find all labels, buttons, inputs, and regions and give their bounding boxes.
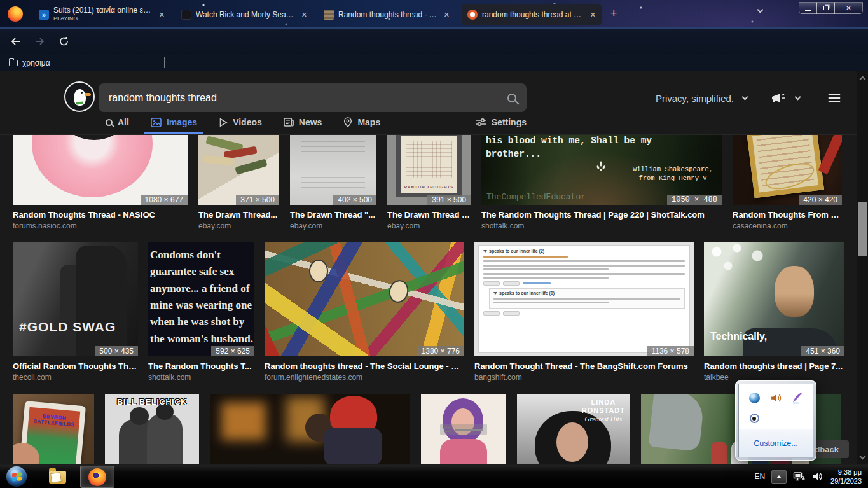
search-box[interactable] [99, 83, 527, 112]
megaphone-icon[interactable] [770, 92, 787, 104]
stylus-pen-tray-icon[interactable] [790, 391, 804, 405]
result-domain[interactable]: casacenina.com [733, 221, 842, 230]
result-thumbnail[interactable]: DEVRON BATTLEFIELDS [13, 394, 94, 464]
back-button[interactable] [10, 36, 21, 46]
megaphone-chevron-icon[interactable] [795, 94, 801, 101]
result-item[interactable]: #GOLD SWAG 500 × 435 Official Random Tho… [13, 242, 138, 382]
result-domain[interactable]: ebay.com [198, 221, 279, 230]
search-icon[interactable] [507, 94, 516, 102]
result-item[interactable] [210, 394, 410, 464]
result-domain[interactable]: bangshift.com [474, 373, 694, 382]
tab-random-thoughts-forum[interactable]: Random thoughts thread - The ✕ [318, 4, 455, 25]
result-item[interactable]: 402 × 500 The Drawn Thread "... ebay.com [290, 135, 376, 230]
result-title[interactable]: Random Thoughts From D... [733, 210, 842, 220]
result-thumbnail[interactable]: RANDOM THOUGHTS 391 × 500 [387, 135, 471, 205]
tab-suits[interactable]: » Suits (2011) ταινία online ελλην PLAYI… [33, 4, 170, 25]
result-domain[interactable]: shottalk.com [148, 373, 254, 382]
result-thumbnail[interactable]: #GOLD SWAG 500 × 435 [13, 242, 138, 356]
show-hidden-icons-button[interactable] [771, 470, 787, 484]
restore-button[interactable] [816, 2, 835, 14]
tab-close-icon[interactable]: ✕ [590, 11, 596, 19]
volume-tray-icon[interactable] [812, 471, 823, 482]
result-domain[interactable]: shottalk.com [481, 221, 722, 230]
close-button[interactable]: ✕ [834, 2, 863, 14]
result-item[interactable]: 1380 × 776 Random thoughts thread - The … [265, 242, 464, 382]
result-item[interactable]: his blood with me, Shall be my brother..… [481, 135, 722, 230]
result-title[interactable]: The Random Thoughts Thread | Page 220 | … [481, 210, 722, 220]
result-title[interactable]: Random thoughts thread | Page 7... [704, 361, 844, 371]
result-item[interactable]: 1080 × 677 Random Thoughts Thread - NASI… [13, 135, 188, 230]
result-item[interactable]: Technically, 451 × 360 Random thoughts t… [704, 242, 844, 382]
tab-close-icon[interactable]: ✕ [301, 11, 307, 19]
result-thumbnail[interactable]: speaks to our inner life (2) speaks to o… [474, 242, 694, 356]
result-thumbnail[interactable]: 1080 × 677 [13, 135, 188, 205]
page-scrollbar[interactable] [857, 71, 868, 464]
result-title[interactable]: The Drawn Thread... [198, 210, 279, 220]
bookmark-folder[interactable]: χρησιμα [9, 59, 50, 67]
forward-button[interactable] [34, 36, 45, 46]
result-item[interactable]: Condoms don't guarantee safe sex anymore… [148, 242, 254, 382]
result-domain[interactable]: thecoli.com [13, 373, 138, 382]
result-thumbnail[interactable]: BILL BELICHICK [105, 394, 199, 464]
tab-duckduckgo-active[interactable]: random thoughts thread at Duc ✕ [462, 4, 602, 25]
result-thumbnail[interactable]: Technically, 451 × 360 [704, 242, 844, 356]
result-thumbnail[interactable]: LINDA RONSTADT Greatest Hits [517, 394, 630, 464]
result-item[interactable]: RANDOM THOUGHTS 391 × 500 The Drawn Thre… [387, 135, 471, 230]
scroll-down-icon[interactable] [860, 454, 866, 460]
tab-news[interactable]: News [284, 117, 322, 134]
volume-mixer-tray-icon[interactable] [769, 391, 783, 405]
tab-videos[interactable]: Videos [219, 117, 262, 134]
result-thumbnail[interactable]: 371 × 500 [198, 135, 279, 205]
result-title[interactable]: Random thoughts thread - The Social Loun… [265, 361, 464, 371]
new-tab-button[interactable]: + [610, 7, 617, 20]
result-thumbnail[interactable]: Condoms don't guarantee safe sex anymore… [148, 242, 254, 356]
tab-maps[interactable]: Maps [343, 117, 380, 134]
result-title[interactable]: Official Random Thoughts Thre... [13, 361, 138, 371]
tab-close-icon[interactable]: ✕ [444, 11, 450, 19]
result-domain[interactable]: forum.enlightenedstates.com [265, 373, 464, 382]
firefox-taskbar-button[interactable] [80, 466, 114, 488]
tab-images[interactable]: Images [151, 117, 197, 134]
list-all-tabs-icon[interactable] [757, 7, 764, 13]
result-item[interactable]: BILL BELICHICK [105, 394, 199, 464]
record-dot-tray-icon[interactable] [747, 412, 761, 426]
result-title[interactable]: Random Thought Thread - The BangShift.co… [474, 361, 694, 371]
duckduckgo-logo-icon[interactable] [64, 81, 95, 112]
result-domain[interactable]: ebay.com [290, 221, 376, 230]
result-domain[interactable]: forums.nasioc.com [13, 221, 188, 230]
scroll-up-icon[interactable] [860, 76, 866, 83]
result-item[interactable]: 371 × 500 The Drawn Thread... ebay.com [198, 135, 279, 230]
network-tray-icon[interactable] [793, 471, 806, 482]
tab-close-icon[interactable]: ✕ [159, 11, 165, 19]
reload-button[interactable] [59, 36, 69, 46]
scrollbar-thumb[interactable] [858, 202, 867, 256]
result-item[interactable] [421, 394, 506, 464]
result-title[interactable]: The Drawn Thread "... [290, 210, 376, 220]
result-title[interactable]: The Drawn Thread "... [387, 210, 471, 220]
tagline-chevron-icon[interactable] [742, 94, 748, 101]
tab-rick-and-morty[interactable]: Watch Rick and Morty Season 6 ✕ [176, 4, 313, 25]
result-thumbnail[interactable]: his blood with me, Shall be my brother..… [481, 135, 722, 205]
result-item[interactable]: 420 × 420 Random Thoughts From D... casa… [733, 135, 842, 230]
result-title[interactable]: Random Thoughts Thread - NASIOC [13, 210, 188, 220]
search-input[interactable] [109, 92, 501, 104]
customize-link[interactable]: Customize... [754, 439, 797, 448]
result-title[interactable]: The Random Thoughts T... [148, 361, 254, 371]
result-thumbnail[interactable]: 420 × 420 [733, 135, 842, 205]
minimize-button[interactable] [799, 2, 817, 14]
tagline[interactable]: Privacy, simplified. [656, 93, 734, 104]
taskbar-clock[interactable]: 9:38 μμ 29/1/2023 [830, 468, 862, 485]
result-thumbnail[interactable]: 402 × 500 [290, 135, 376, 205]
ddg-menu-hamburger-icon[interactable] [829, 94, 840, 102]
blue-sphere-tray-icon[interactable] [747, 391, 761, 405]
language-indicator[interactable]: EN [754, 472, 765, 481]
result-thumbnail[interactable] [421, 394, 506, 464]
result-item[interactable]: DEVRON BATTLEFIELDS [13, 394, 94, 464]
tab-all[interactable]: All [106, 117, 129, 134]
result-item[interactable]: speaks to our inner life (2) speaks to o… [474, 242, 694, 382]
result-domain[interactable]: ebay.com [387, 221, 471, 230]
result-thumbnail[interactable]: 1380 × 776 [265, 242, 464, 356]
explorer-taskbar-button[interactable] [43, 466, 71, 488]
result-item[interactable]: LINDA RONSTADT Greatest Hits [517, 394, 630, 464]
start-button[interactable] [6, 466, 27, 487]
